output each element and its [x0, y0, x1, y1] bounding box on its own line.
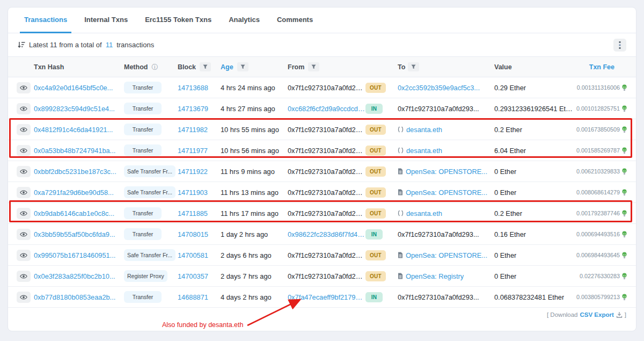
txn-fee-text: 0.001673850509	[576, 126, 620, 133]
gas-lightbulb-icon	[621, 210, 627, 217]
from-address: 0x7f1c927310a7a0fd293...	[288, 251, 365, 259]
cell-txn-fee: 0.006984493645	[575, 252, 627, 259]
txn-hash-link[interactable]: 0x3bb59b55af50bc6fda9...	[34, 230, 115, 238]
tab-analytics[interactable]: Analytics	[224, 8, 264, 33]
txn-hash-link[interactable]: 0xc4a92e0d1645bf5c0e...	[34, 84, 113, 92]
view-txn-details-button[interactable]	[17, 166, 31, 177]
cell-method: Safe Transfer Fr...	[124, 186, 178, 198]
to-address-link[interactable]: 0x2cc3592b359e9acf5c3...	[398, 84, 480, 92]
to-address-link[interactable]: desanta.eth	[406, 209, 442, 217]
to-address-link[interactable]: OpenSea: OPENSTORE...	[406, 251, 487, 259]
from-address-link[interactable]: 0xc682f6cf2d9a9ccdcd0...	[288, 105, 365, 113]
txn-hash-link[interactable]: 0x0a53bb48b7247941ba...	[34, 147, 115, 155]
to-address-link[interactable]: OpenSea: OPENSTORE...	[406, 188, 487, 197]
column-label-age[interactable]: Age	[221, 63, 233, 71]
cell-method: Register Proxy	[124, 270, 178, 282]
txn-hash-link[interactable]: 0xa7291fa29d6be90d58...	[34, 188, 114, 197]
txn-fee-text: 0.003805799213	[576, 294, 620, 300]
column-header-block: Block	[178, 62, 221, 71]
filter-button-block[interactable]	[200, 62, 211, 71]
txn-fee-text: 0.001585269787	[576, 147, 620, 154]
cell-eye	[17, 250, 34, 261]
ellipsis-vertical-icon	[619, 41, 621, 49]
gas-lightbulb-icon	[621, 231, 627, 238]
view-txn-details-button[interactable]	[17, 103, 31, 114]
to-address-link[interactable]: OpenSea: Registry	[406, 272, 464, 280]
cell-to: OpenSea: OPENSTORE...	[398, 251, 494, 259]
view-txn-details-button[interactable]	[17, 250, 31, 261]
cell-to: 0x7f1c927310a7a0fd293...	[398, 105, 494, 113]
view-txn-details-button[interactable]	[17, 292, 31, 303]
filter-button-to[interactable]	[408, 62, 419, 71]
cell-txn-fee: 0.003805799213	[575, 294, 627, 301]
block-link[interactable]: 14713679	[178, 105, 208, 113]
view-txn-details-button[interactable]	[17, 82, 31, 93]
block-link[interactable]: 14688871	[178, 293, 208, 301]
cell-txn-hash: 0xb77d8180b0853eaa2b...	[34, 293, 124, 301]
to-address-link[interactable]: OpenSea: OPENSTORE...	[406, 168, 487, 176]
cell-eye	[17, 82, 34, 93]
age-text: 1 day 2 hrs ago	[221, 230, 268, 238]
tab-comments[interactable]: Comments	[273, 8, 317, 33]
summary-text-suffix: transactions	[116, 41, 154, 49]
table-row: 0x0e3f283a825f0bc2b10...Register Proxy14…	[8, 266, 636, 287]
cell-from: 0x7f1c927310a7a0fd293...	[288, 126, 365, 134]
table-row: 0x0a53bb48b7247941ba...Transfer147119771…	[8, 140, 636, 161]
block-link[interactable]: 14713688	[178, 84, 208, 92]
block-link[interactable]: 14711903	[178, 188, 208, 197]
txn-hash-link[interactable]: 0x995075b16718460951...	[34, 251, 115, 259]
block-link[interactable]: 14708015	[178, 230, 208, 238]
txn-hash-link[interactable]: 0xb9dab6146cab1e0c8c...	[34, 209, 114, 217]
cell-value: 6.04 Ether	[494, 147, 575, 155]
block-link[interactable]: 14711885	[178, 209, 208, 217]
tab-internal-txns[interactable]: Internal Txns	[80, 8, 132, 33]
block-link[interactable]: 14711982	[178, 126, 208, 134]
from-address-link[interactable]: 0x7fa47ecaeff9bf2179e0...	[288, 293, 365, 301]
txn-fee-text: 0.008068614279	[576, 189, 620, 195]
toolbar: Latest 11 from a total of 11 transaction…	[8, 33, 636, 56]
txn-hash-link[interactable]: 0xbbf2dbc5231be187c3c...	[34, 168, 116, 176]
eye-icon	[20, 252, 27, 258]
txn-hash-link[interactable]: 0x4812f91c4c6da41921...	[34, 126, 113, 134]
eye-icon	[20, 106, 27, 112]
table-row: 0x4812f91c4c6da41921...Transfer147119821…	[8, 119, 636, 140]
column-label-method: Method	[124, 63, 148, 71]
cell-txn-hash: 0x4812f91c4c6da41921...	[34, 126, 124, 134]
csv-export-link[interactable]: CSV Export	[580, 311, 614, 318]
view-txn-details-button[interactable]	[17, 145, 31, 156]
txn-fee-text: 0.001792387746	[576, 210, 620, 216]
age-text: 2 days 6 hrs ago	[221, 251, 272, 259]
view-txn-details-button[interactable]	[17, 271, 31, 282]
to-address-link[interactable]: desanta.eth	[406, 126, 442, 134]
direction-badge: IN	[365, 104, 383, 114]
txn-hash-link[interactable]: 0xb77d8180b0853eaa2b...	[34, 293, 115, 301]
cell-to: 0x7f1c927310a7a0fd293...	[398, 230, 494, 238]
filter-button-from[interactable]	[308, 62, 319, 71]
tab-transactions[interactable]: Transactions	[20, 8, 71, 33]
txn-hash-link[interactable]: 0x8992823c594d9c51e4...	[34, 105, 115, 113]
value-text: 0.293123361926541 Ether	[494, 105, 575, 113]
from-address: 0x7f1c927310a7a0fd293...	[288, 147, 365, 155]
view-txn-details-button[interactable]	[17, 208, 31, 219]
eye-icon	[20, 127, 27, 133]
txn-hash-link[interactable]: 0x0e3f283a825f0bc2b10...	[34, 272, 115, 280]
view-txn-details-button[interactable]	[17, 229, 31, 240]
from-address-link[interactable]: 0x98622fc283d86f7fd4d...	[288, 230, 365, 238]
block-link[interactable]: 14711922	[178, 168, 208, 176]
column-label-fee[interactable]: Txn Fee	[589, 63, 614, 71]
cell-from: 0xc682f6cf2d9a9ccdcd0...	[288, 105, 365, 113]
to-address-link[interactable]: desanta.eth	[406, 147, 442, 155]
direction-badge: OUT	[365, 83, 386, 93]
to-address: 0x7f1c927310a7a0fd293...	[398, 105, 479, 113]
table-options-button[interactable]	[613, 39, 626, 52]
filter-button-age[interactable]	[237, 62, 248, 71]
view-txn-details-button[interactable]	[17, 187, 31, 198]
block-link[interactable]: 14711977	[178, 147, 208, 155]
direction-badge: OUT	[365, 146, 386, 156]
block-link[interactable]: 14700357	[178, 272, 208, 280]
view-txn-details-button[interactable]	[17, 124, 31, 135]
cell-txn-fee: 0.006210329833	[575, 168, 627, 175]
column-label-block: Block	[178, 63, 196, 71]
block-link[interactable]: 14700581	[178, 251, 208, 259]
tab-erc1155-token-txns[interactable]: Erc1155 Token Txns	[141, 8, 216, 33]
